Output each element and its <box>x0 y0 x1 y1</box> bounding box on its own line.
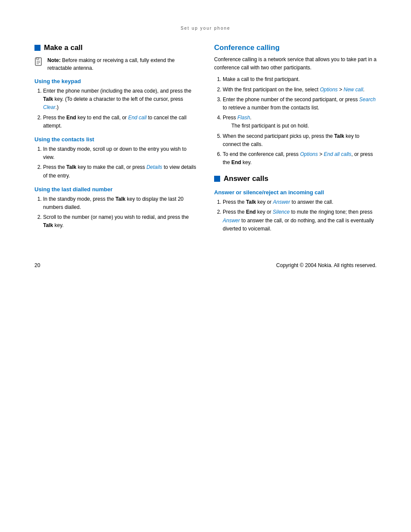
using-last-dialled-list: In the standby mode, press the Talk key … <box>34 195 197 230</box>
answer-calls-section: Answer calls Answer or silence/reject an… <box>214 174 377 233</box>
list-item: To end the conference call, press Option… <box>223 150 377 167</box>
list-item: Press Flash. The first participant is pu… <box>223 114 377 130</box>
header-text: Set up your phone <box>181 26 230 31</box>
using-keypad-title: Using the keypad <box>34 78 197 84</box>
using-contacts-section: Using the contacts list In the standby m… <box>34 136 197 180</box>
answer-link-2: Answer <box>223 218 240 224</box>
conference-list: Make a call to the first participant. Wi… <box>214 75 377 167</box>
options-link: Options <box>320 87 337 93</box>
content-area: Make a call Note: Before making or recei… <box>0 35 411 236</box>
blue-square-icon <box>34 45 40 51</box>
flash-note: The first participant is put on hold. <box>231 122 377 130</box>
flash-link: Flash <box>237 115 250 121</box>
options-end-link: Options <box>300 151 318 157</box>
answer-calls-title: Answer calls <box>214 174 377 183</box>
list-item: With the first participant on the line, … <box>223 86 377 94</box>
using-keypad-list: Enter the phone number (including the ar… <box>34 87 197 130</box>
conference-calling-section: Conference calling Conference calling is… <box>214 44 377 167</box>
right-column: Conference calling Conference calling is… <box>214 44 377 236</box>
footer-copyright: Copyright © 2004 Nokia. All rights reser… <box>276 262 377 268</box>
conference-calling-title: Conference calling <box>214 44 377 52</box>
note-bold: Note: <box>47 57 61 63</box>
answer-link: Answer <box>273 199 290 205</box>
list-item: Enter the phone number of the second par… <box>223 96 377 112</box>
list-item: Scroll to the number (or name) you wish … <box>43 213 197 230</box>
note-icon <box>34 57 44 66</box>
using-contacts-title: Using the contacts list <box>34 136 197 143</box>
end-call-link: End call <box>128 115 146 121</box>
using-keypad-section: Using the keypad Enter the phone number … <box>34 78 197 130</box>
list-item: Press the End key to end the call, or En… <box>43 114 197 130</box>
answer-silence-title: Answer or silence/reject an incoming cal… <box>214 189 377 196</box>
end-all-calls-link: End all calls <box>324 151 351 157</box>
list-item: In the standby mode, scroll up or down t… <box>43 145 197 162</box>
answer-silence-list: Press the Talk key or Answer to answer t… <box>214 198 377 233</box>
note-body: Before making or receiving a call, fully… <box>47 57 174 71</box>
list-item: Press the End key or Silence to mute the… <box>223 208 377 233</box>
using-contacts-list: In the standby mode, scroll up or down t… <box>34 145 197 180</box>
list-item: Make a call to the first participant. <box>223 75 377 84</box>
answer-silence-section: Answer or silence/reject an incoming cal… <box>214 189 377 233</box>
blue-square-icon-2 <box>214 176 220 182</box>
silence-link: Silence <box>273 209 290 215</box>
svg-rect-0 <box>35 58 41 65</box>
search-link: Search <box>359 96 376 103</box>
details-link: Details <box>146 164 162 170</box>
answer-calls-label: Answer calls <box>224 174 268 183</box>
footer-page-number: 20 <box>34 262 40 268</box>
make-a-call-label: Make a call <box>44 44 83 52</box>
page-footer: 20 Copyright © 2004 Nokia. All rights re… <box>0 249 411 277</box>
page-header: Set up your phone <box>0 0 411 35</box>
using-last-dialled-section: Using the last dialled number In the sta… <box>34 186 197 230</box>
list-item: Press the Talk key or Answer to answer t… <box>223 198 377 206</box>
conference-intro: Conference calling is a network service … <box>214 56 377 72</box>
list-item: When the second participant picks up, pr… <box>223 132 377 149</box>
note-text: Note: Before making or receiving a call,… <box>47 56 197 72</box>
new-call-link: New call <box>344 87 363 93</box>
left-column: Make a call Note: Before making or recei… <box>34 44 197 236</box>
using-last-dialled-title: Using the last dialled number <box>34 186 197 193</box>
note-box: Note: Before making or receiving a call,… <box>34 56 197 72</box>
list-item: Enter the phone number (including the ar… <box>43 87 197 112</box>
clear-link: Clear <box>43 104 56 110</box>
make-a-call-title: Make a call <box>34 44 197 52</box>
page: Set up your phone Make a call Not <box>0 0 411 532</box>
list-item: Press the Talk key to make the call, or … <box>43 163 197 180</box>
list-item: In the standby mode, press the Talk key … <box>43 195 197 212</box>
